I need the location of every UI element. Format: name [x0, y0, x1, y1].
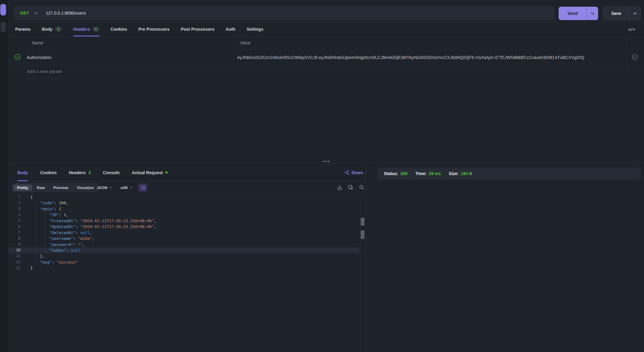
panel-resize-handle[interactable] — [323, 161, 329, 162]
format-icon — [141, 186, 145, 190]
code-view-button[interactable]: </> — [625, 26, 638, 33]
tab-label: Pre Processors — [138, 27, 170, 32]
remove-row-button[interactable] — [632, 54, 638, 60]
code-line: 6 "UpdatedAt": "2024-03-12T17:59:23.256+… — [8, 224, 359, 229]
encoding-select[interactable]: utf8 — [120, 183, 133, 192]
request-tab-settings[interactable]: Settings — [246, 22, 263, 36]
code-line: 9 "password": "", — [8, 242, 359, 247]
column-divider — [627, 36, 627, 78]
count-badge: 1 — [92, 27, 99, 32]
share-icon — [345, 170, 349, 175]
divider — [8, 163, 644, 164]
modified-dot — [165, 171, 167, 174]
tab-label: Settings — [246, 27, 263, 32]
code-line: 7 "DeletedAt": null, — [8, 230, 359, 236]
response-time: Time: 29 ms — [415, 171, 441, 176]
count-badge: 1 — [55, 27, 62, 32]
request-tabs: ParamsBody1Headers1CookiesPre Processors… — [8, 22, 263, 36]
indent-guide — [36, 200, 36, 265]
request-tab-params[interactable]: Params — [15, 22, 31, 36]
tab-label: Headers — [73, 27, 90, 32]
chevron-down-icon — [129, 187, 133, 188]
send-button-label: Send — [559, 11, 587, 16]
code-text: "UpdatedAt": "2024-03-12T17:59:23.256+08… — [30, 224, 157, 229]
request-item-indicator[interactable] — [1, 22, 6, 32]
response-size: Size: 194 B — [449, 171, 472, 176]
view-mode-preview[interactable]: Preview — [50, 185, 72, 191]
line-number: 12 — [8, 259, 20, 265]
view-mode-pretty[interactable]: Pretty — [13, 185, 32, 191]
format-button[interactable] — [138, 183, 147, 192]
url-bar[interactable]: GET 127.0.0.1:8090/users — [14, 6, 554, 20]
response-tab-console[interactable]: Console — [103, 164, 120, 181]
request-tab-pre-processors[interactable]: Pre Processors — [138, 22, 170, 36]
request-tab-headers[interactable]: Headers1 — [73, 22, 99, 36]
chevron-down-icon — [34, 12, 38, 14]
tab-label: Body — [42, 27, 53, 32]
tab-label: Post Processors — [181, 27, 215, 32]
code-text: "username": "mike", — [30, 236, 95, 241]
language-select[interactable]: JSON — [97, 183, 112, 192]
save-options-button[interactable] — [629, 12, 640, 15]
response-tab-cookies[interactable]: Cookies — [40, 164, 57, 181]
tab-label: Body — [17, 170, 28, 175]
search-icon[interactable] — [359, 185, 364, 190]
code-text: "CreatedAt": "2024-03-12T17:59:23.256+08… — [30, 218, 157, 224]
response-body-editor[interactable]: 1{2 "code": 200,3 "data": {4 "ID": 1,5 "… — [8, 194, 359, 352]
code-line: 10 "todos": null — [8, 247, 359, 253]
code-line: 13} — [8, 265, 359, 271]
send-options-button[interactable] — [587, 12, 598, 15]
left-rail — [0, 0, 9, 352]
code-line: 4 "ID": 1, — [8, 212, 359, 218]
line-number: 11 — [8, 253, 20, 259]
code-text: } — [30, 265, 33, 271]
response-tab-headers[interactable]: Headers3 — [69, 164, 91, 181]
code-text: }, — [30, 253, 45, 259]
code-line: 2 "code": 200, — [8, 200, 359, 206]
line-number: 13 — [8, 265, 20, 271]
save-button[interactable]: Save — [603, 7, 641, 20]
copy-icon[interactable] — [348, 185, 353, 190]
code-text: "msg": "success" — [30, 259, 78, 265]
request-tab-body[interactable]: Body1 — [42, 22, 62, 36]
response-status-bar: Status: 200 Time: 29 ms Size: 194 B — [378, 167, 641, 180]
enabled-checkbox[interactable] — [14, 54, 21, 60]
row-divider — [8, 64, 644, 64]
view-mode-visualize[interactable]: Visualize — [73, 185, 98, 191]
tab-label: Cookies — [111, 27, 127, 32]
header-name-cell[interactable]: Authorization — [27, 55, 52, 60]
tab-label: Params — [15, 27, 31, 32]
response-tab-body[interactable]: Body — [17, 164, 28, 181]
code-text: "DeletedAt": null, — [30, 230, 92, 236]
tab-label: Cookies — [40, 170, 57, 175]
method-select[interactable]: GET — [20, 11, 29, 16]
status-code: Status: 200 — [384, 171, 408, 176]
view-mode-raw[interactable]: Raw — [33, 185, 49, 191]
line-number: 7 — [8, 230, 20, 236]
save-button-label: Save — [603, 11, 629, 16]
download-icon[interactable] — [337, 185, 343, 190]
send-button[interactable]: Send — [559, 7, 598, 20]
row-divider — [8, 78, 644, 79]
url-input[interactable]: 127.0.0.1:8090/users — [46, 11, 86, 16]
request-tab-auth[interactable]: Auth — [226, 22, 236, 36]
divider — [8, 36, 644, 37]
scrollbar-track[interactable] — [360, 194, 360, 352]
code-line: 3 "data": { — [8, 206, 359, 212]
request-tab-post-processors[interactable]: Post Processors — [181, 22, 215, 36]
code-line: 12 "msg": "success" — [8, 259, 359, 265]
share-button[interactable]: Share — [345, 164, 363, 181]
line-number: 10 — [8, 247, 20, 253]
code-line: 1{ — [8, 194, 359, 200]
column-header-name: Name — [32, 40, 43, 45]
header-value-cell[interactable]: eyJhbGciOiJIUzI1NiIsInR5cCI6IkpXVCJ9.eyJ… — [237, 55, 623, 60]
response-tabs: BodyCookiesHeaders3ConsoleActual Request — [8, 164, 167, 181]
overview-ruler-mark — [361, 230, 364, 239]
active-request-indicator[interactable] — [0, 4, 6, 16]
request-tab-cookies[interactable]: Cookies — [111, 22, 127, 36]
line-number: 9 — [8, 242, 20, 247]
divider — [8, 181, 366, 181]
row-divider — [8, 50, 644, 50]
add-param-row[interactable]: Add a new param — [27, 69, 62, 74]
response-tab-actual-request[interactable]: Actual Request — [132, 164, 167, 181]
